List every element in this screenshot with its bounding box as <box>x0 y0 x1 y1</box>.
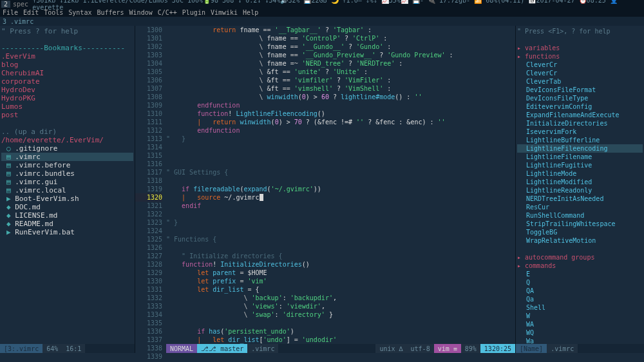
tagbar-item[interactable]: EditevervimConfig <box>517 102 643 111</box>
bookmark-item[interactable]: Lumos <box>1 102 133 111</box>
tagbar-item[interactable]: WA <box>517 320 643 329</box>
tagbar-item[interactable]: E <box>517 270 643 278</box>
tagbar-item[interactable]: W <box>517 312 643 320</box>
tagbar-item[interactable]: LightlineModified <box>517 178 643 186</box>
code-line[interactable] <box>166 210 515 218</box>
code-line[interactable]: function! LightlineFileencoding() <box>166 110 515 118</box>
code-line[interactable]: endfunction <box>166 101 515 110</box>
tagbar-section[interactable]: ▸ variables <box>517 44 643 52</box>
bookmark-item[interactable]: HydroDev <box>1 86 133 94</box>
tagbar-item[interactable]: NERDTreeInitAsNeeded <box>517 195 643 203</box>
code-line[interactable] <box>166 319 515 327</box>
updir[interactable]: .. (up a dir) <box>1 128 133 136</box>
code-line[interactable]: endif <box>166 202 515 210</box>
taskbar-search[interactable]: spec <box>12 1 30 8</box>
file-item[interactable]: ▤ .vimrc.local <box>1 186 133 195</box>
root-dir[interactable]: /home/everette/.EverVim/ <box>1 136 133 144</box>
code-line[interactable]: \ fname =~ 'NERD_tree' ? 'NERDTree' : <box>166 59 515 68</box>
code-line[interactable]: \ &ft == 'vimshell' ? 'VimShell' : <box>166 84 515 93</box>
file-item[interactable]: ▶ RunEverVim.bat <box>1 228 133 236</box>
menu-vimwiki[interactable]: Vimwiki <box>211 9 238 16</box>
file-item[interactable]: ○ .gitignore <box>1 144 133 153</box>
menu-window[interactable]: Window <box>129 9 153 16</box>
code-line[interactable]: let dir_list = { <box>166 285 515 294</box>
menu-help[interactable]: Help <box>243 9 258 16</box>
tagbar-item[interactable]: DevIconsFileType <box>517 94 643 102</box>
code-line[interactable]: \ fname == 'ControlP' ? 'CtrlP' : <box>166 34 515 43</box>
tagbar-section[interactable]: ▸ commands <box>517 262 643 270</box>
code-line[interactable]: \ 'views': 'viewdir', <box>166 302 515 310</box>
tagbar-item[interactable]: IsevervimFork <box>517 128 643 136</box>
code-line[interactable] <box>166 160 515 168</box>
code-line[interactable]: \ &ft == 'unite' ? 'Unite' : <box>166 68 515 76</box>
tagbar-section[interactable]: ▸ functions <box>517 52 643 61</box>
code-line[interactable]: | return winwidth(0) > 70 ? (&fenc !=# '… <box>166 118 515 126</box>
tagbar-section[interactable]: ▸ autocommand groups <box>517 253 643 262</box>
menu-cpp[interactable]: C/C++ <box>158 9 177 16</box>
code-line[interactable]: return fname == '__Tagbar__' ? 'Tagbar' … <box>166 26 515 34</box>
code-line[interactable]: " Functions { <box>166 235 515 243</box>
menu-buffers[interactable]: Buffers <box>97 9 124 16</box>
tagbar-item[interactable]: LightlineFugitive <box>517 161 643 169</box>
bookmark-item[interactable]: blog <box>1 61 133 69</box>
tagbar-item[interactable]: LightlineFileencoding <box>517 144 643 153</box>
code-line[interactable] <box>166 151 515 160</box>
code-line[interactable]: if has('persistent_undo') <box>166 327 515 336</box>
bookmark-item[interactable]: corporate <box>1 77 133 86</box>
code-line[interactable]: \ 'backup': 'backupdir', <box>166 294 515 302</box>
tagbar-pane[interactable]: " Press <F1>, ? for help ▸ variables▸ fu… <box>515 26 644 353</box>
code-line[interactable]: if filereadable(expand('~/.gvimrc')) <box>166 185 515 193</box>
file-item[interactable]: ◆ DOC.md <box>1 203 133 211</box>
tagbar-item[interactable]: DevIconsFileFormat <box>517 86 643 94</box>
bookmark-item[interactable]: CherubimAI <box>1 69 133 77</box>
tagbar-item[interactable]: ResCur <box>517 203 643 211</box>
code-line[interactable]: | source ~/.gvimrc <box>166 193 515 202</box>
tagbar-item[interactable]: StripTrailingWhitespace <box>517 220 643 228</box>
tagbar-item[interactable]: LightlineFilename <box>517 153 643 161</box>
menu-plugin[interactable]: Plugin <box>182 9 205 16</box>
code-line[interactable]: \ 'swap': 'directory' } <box>166 310 515 319</box>
tagbar-item[interactable]: Q <box>517 278 643 287</box>
tagbar-item[interactable]: Qa <box>517 295 643 303</box>
file-item[interactable]: ▤ .vimrc <box>1 153 133 161</box>
file-item[interactable]: ▤ .vimrc.gui <box>1 178 133 186</box>
bookmark-item[interactable]: .EverVim <box>1 52 133 61</box>
tagbar-item[interactable]: CleverCr <box>517 61 643 69</box>
code-line[interactable]: " Initialize directories { <box>166 252 515 260</box>
bookmark-item[interactable]: HydroPKG <box>1 94 133 102</box>
code-line[interactable]: \ fname == '__Gundo_Preview__' ? 'Gundo … <box>166 51 515 59</box>
code-line[interactable] <box>166 176 515 185</box>
bookmark-item[interactable]: post <box>1 111 133 119</box>
file-item[interactable]: ▤ .vimrc.bundles <box>1 169 133 178</box>
file-item[interactable]: ◆ LICENSE.md <box>1 211 133 220</box>
tagbar-item[interactable]: CleverCr <box>517 69 643 77</box>
code-line[interactable]: function! InitializeDirectories() <box>166 260 515 269</box>
nerdtree-pane[interactable]: " Press ? for help ----------Bookmarks--… <box>0 26 135 353</box>
code-line[interactable]: " } <box>166 218 515 227</box>
code-editor[interactable]: return fname == '__Tagbar__' ? 'Tagbar' … <box>166 26 515 353</box>
code-line[interactable]: \ winwidth(0) > 60 ? lightline#mode() : … <box>166 93 515 101</box>
tagbar-item[interactable]: ExpandFilenameAndExecute <box>517 111 643 119</box>
file-item[interactable]: ◆ README.md <box>1 220 133 228</box>
file-item[interactable]: ▤ .vimrc.before <box>1 161 133 169</box>
tagbar-item[interactable]: LightlineMode <box>517 169 643 178</box>
code-line[interactable]: " GUI Settings { <box>166 168 515 176</box>
code-line[interactable] <box>166 143 515 151</box>
file-item[interactable]: ▶ Boot-EverVim.sh <box>1 195 133 203</box>
tagbar-item[interactable]: LightlineReadonly <box>517 186 643 195</box>
workspace-indicator[interactable]: 2 <box>1 1 10 8</box>
code-line[interactable]: let prefix = 'vim' <box>166 277 515 285</box>
tagbar-item[interactable]: WQ <box>517 329 643 337</box>
tagbar-item[interactable]: WrapRelativeMotion <box>517 236 643 245</box>
tagbar-item[interactable]: RunShellCommand <box>517 211 643 220</box>
tagbar-item[interactable]: QA <box>517 287 643 295</box>
tagbar-item[interactable]: InitializeDirectories <box>517 119 643 128</box>
tagbar-item[interactable]: Shell <box>517 303 643 312</box>
code-line[interactable] <box>166 227 515 235</box>
menu-edit[interactable]: Edit <box>23 9 39 16</box>
code-line[interactable]: endfunction <box>166 126 515 135</box>
code-line[interactable]: | let dir_list['undo'] = 'undodir' <box>166 336 515 344</box>
code-line[interactable]: let parent = $HOME <box>166 269 515 277</box>
code-line[interactable] <box>166 243 515 252</box>
tagbar-item[interactable]: CleverTab <box>517 77 643 86</box>
